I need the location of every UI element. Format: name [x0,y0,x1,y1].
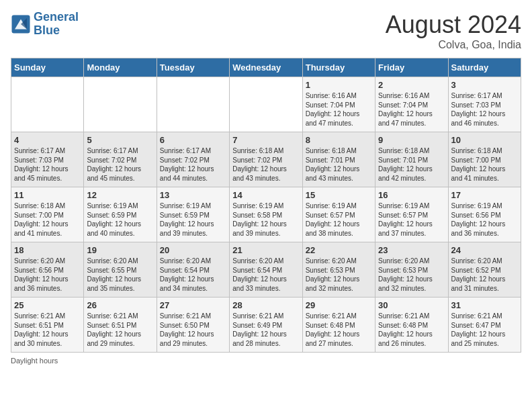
day-number: 25 [14,300,81,310]
day-number: 9 [378,135,445,145]
day-number: 16 [378,190,445,200]
cell-info: Sunrise: 6:18 AM Sunset: 7:00 PM Dayligh… [14,201,81,238]
footer-text: Daylight hours [11,357,58,365]
cell-info: Sunrise: 6:17 AM Sunset: 7:02 PM Dayligh… [160,146,226,183]
calendar-cell: 15Sunrise: 6:19 AM Sunset: 6:57 PM Dayli… [302,187,375,242]
cell-info: Sunrise: 6:20 AM Sunset: 6:56 PM Dayligh… [14,257,81,293]
cell-info: Sunrise: 6:21 AM Sunset: 6:49 PM Dayligh… [232,312,299,348]
cell-info: Sunrise: 6:18 AM Sunset: 7:01 PM Dayligh… [306,146,372,183]
cell-info: Sunrise: 6:16 AM Sunset: 7:04 PM Dayligh… [378,91,445,128]
calendar-cell: 13Sunrise: 6:19 AM Sunset: 6:59 PM Dayli… [157,187,229,242]
calendar-cell: 11Sunrise: 6:18 AM Sunset: 7:00 PM Dayli… [11,187,84,242]
footer: Daylight hours [11,357,521,365]
calendar-cell: 3Sunrise: 6:17 AM Sunset: 7:03 PM Daylig… [448,77,521,132]
calendar-header: SundayMondayTuesdayWednesdayThursdayFrid… [11,58,521,77]
calendar-cell: 12Sunrise: 6:19 AM Sunset: 6:59 PM Dayli… [84,187,157,242]
calendar-cell: 5Sunrise: 6:17 AM Sunset: 7:02 PM Daylig… [84,132,157,187]
logo-icon [11,14,31,34]
calendar-cell: 29Sunrise: 6:21 AM Sunset: 6:48 PM Dayli… [302,298,375,353]
calendar-week-1: 4Sunrise: 6:17 AM Sunset: 7:03 PM Daylig… [11,132,521,187]
day-number: 6 [160,135,226,145]
calendar-cell: 9Sunrise: 6:18 AM Sunset: 7:01 PM Daylig… [375,132,448,187]
day-number: 12 [87,190,153,200]
cell-info: Sunrise: 6:20 AM Sunset: 6:54 PM Dayligh… [232,257,299,293]
day-number: 23 [378,245,445,255]
calendar-cell: 6Sunrise: 6:17 AM Sunset: 7:02 PM Daylig… [157,132,229,187]
cell-info: Sunrise: 6:19 AM Sunset: 6:57 PM Dayligh… [378,201,445,238]
day-number: 31 [451,300,518,310]
calendar-cell: 14Sunrise: 6:19 AM Sunset: 6:58 PM Dayli… [230,187,302,242]
calendar-cell [11,77,84,132]
day-number: 14 [232,190,299,200]
calendar-cell: 25Sunrise: 6:21 AM Sunset: 6:51 PM Dayli… [11,298,84,353]
calendar-cell: 22Sunrise: 6:20 AM Sunset: 6:53 PM Dayli… [302,242,375,298]
day-number: 17 [451,190,518,200]
cell-info: Sunrise: 6:21 AM Sunset: 6:51 PM Dayligh… [87,312,153,348]
page-header: General Blue August 2024 Colva, Goa, Ind… [11,11,521,51]
day-number: 5 [87,135,153,145]
calendar-cell: 21Sunrise: 6:20 AM Sunset: 6:54 PM Dayli… [230,242,302,298]
calendar-table: SundayMondayTuesdayWednesdayThursdayFrid… [11,58,521,353]
day-number: 13 [160,190,226,200]
cell-info: Sunrise: 6:21 AM Sunset: 6:47 PM Dayligh… [451,312,518,348]
cell-info: Sunrise: 6:20 AM Sunset: 6:53 PM Dayligh… [378,257,445,293]
cell-info: Sunrise: 6:20 AM Sunset: 6:55 PM Dayligh… [87,257,153,293]
calendar-cell: 4Sunrise: 6:17 AM Sunset: 7:03 PM Daylig… [11,132,84,187]
day-number: 2 [378,80,445,90]
cell-info: Sunrise: 6:20 AM Sunset: 6:53 PM Dayligh… [306,257,372,293]
cell-info: Sunrise: 6:21 AM Sunset: 6:48 PM Dayligh… [378,312,445,348]
calendar-body: 1Sunrise: 6:16 AM Sunset: 7:04 PM Daylig… [11,77,521,353]
day-header-tuesday: Tuesday [157,58,229,77]
day-number: 7 [232,135,299,145]
cell-info: Sunrise: 6:19 AM Sunset: 6:59 PM Dayligh… [160,201,226,238]
cell-info: Sunrise: 6:17 AM Sunset: 7:02 PM Dayligh… [87,146,153,183]
calendar-week-0: 1Sunrise: 6:16 AM Sunset: 7:04 PM Daylig… [11,77,521,132]
day-number: 29 [306,300,372,310]
cell-info: Sunrise: 6:21 AM Sunset: 6:50 PM Dayligh… [160,312,226,348]
calendar-cell: 7Sunrise: 6:18 AM Sunset: 7:02 PM Daylig… [230,132,302,187]
calendar-cell: 31Sunrise: 6:21 AM Sunset: 6:47 PM Dayli… [448,298,521,353]
location: Colva, Goa, India [386,39,521,51]
day-number: 10 [451,135,518,145]
day-number: 20 [160,245,226,255]
calendar-cell: 23Sunrise: 6:20 AM Sunset: 6:53 PM Dayli… [375,242,448,298]
calendar-cell: 26Sunrise: 6:21 AM Sunset: 6:51 PM Dayli… [84,298,157,353]
calendar-week-3: 18Sunrise: 6:20 AM Sunset: 6:56 PM Dayli… [11,242,521,298]
day-number: 4 [14,135,81,145]
day-number: 8 [306,135,372,145]
calendar-cell: 19Sunrise: 6:20 AM Sunset: 6:55 PM Dayli… [84,242,157,298]
cell-info: Sunrise: 6:17 AM Sunset: 7:03 PM Dayligh… [14,146,81,183]
calendar-cell: 10Sunrise: 6:18 AM Sunset: 7:00 PM Dayli… [448,132,521,187]
calendar-cell: 17Sunrise: 6:19 AM Sunset: 6:56 PM Dayli… [448,187,521,242]
day-number: 26 [87,300,153,310]
calendar-cell: 20Sunrise: 6:20 AM Sunset: 6:54 PM Dayli… [157,242,229,298]
day-number: 18 [14,245,81,255]
cell-info: Sunrise: 6:19 AM Sunset: 6:56 PM Dayligh… [451,201,518,238]
title-block: August 2024 Colva, Goa, India [386,11,521,51]
cell-info: Sunrise: 6:18 AM Sunset: 7:02 PM Dayligh… [232,146,299,183]
calendar-cell: 2Sunrise: 6:16 AM Sunset: 7:04 PM Daylig… [375,77,448,132]
day-header-sunday: Sunday [11,58,84,77]
calendar-cell: 18Sunrise: 6:20 AM Sunset: 6:56 PM Dayli… [11,242,84,298]
cell-info: Sunrise: 6:20 AM Sunset: 6:54 PM Dayligh… [160,257,226,293]
day-number: 27 [160,300,226,310]
calendar-cell [157,77,229,132]
day-number: 11 [14,190,81,200]
calendar-week-4: 25Sunrise: 6:21 AM Sunset: 6:51 PM Dayli… [11,298,521,353]
calendar-cell: 27Sunrise: 6:21 AM Sunset: 6:50 PM Dayli… [157,298,229,353]
day-number: 1 [306,80,372,90]
day-header-thursday: Thursday [302,58,375,77]
calendar-week-2: 11Sunrise: 6:18 AM Sunset: 7:00 PM Dayli… [11,187,521,242]
day-header-monday: Monday [84,58,157,77]
calendar-cell [230,77,302,132]
day-number: 19 [87,245,153,255]
calendar-cell: 1Sunrise: 6:16 AM Sunset: 7:04 PM Daylig… [302,77,375,132]
day-header-wednesday: Wednesday [230,58,302,77]
day-number: 22 [306,245,372,255]
calendar-cell: 30Sunrise: 6:21 AM Sunset: 6:48 PM Dayli… [375,298,448,353]
cell-info: Sunrise: 6:19 AM Sunset: 6:58 PM Dayligh… [232,201,299,238]
calendar-cell: 24Sunrise: 6:20 AM Sunset: 6:52 PM Dayli… [448,242,521,298]
month-title: August 2024 [386,11,521,39]
cell-info: Sunrise: 6:21 AM Sunset: 6:51 PM Dayligh… [14,312,81,348]
cell-info: Sunrise: 6:16 AM Sunset: 7:04 PM Dayligh… [306,91,372,128]
